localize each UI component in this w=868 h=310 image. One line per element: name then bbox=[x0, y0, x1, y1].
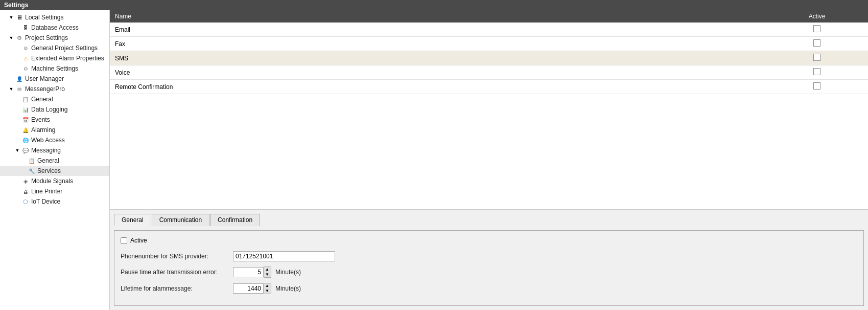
gear-small-icon: ⚙ bbox=[21, 44, 30, 52]
sidebar-item-alarming[interactable]: ▶ 🔔 Alarming bbox=[0, 125, 109, 135]
sidebar-label-user-manager: User Manager bbox=[25, 75, 64, 82]
sidebar-item-iot-device[interactable]: ▶ ⬡ IoT Device bbox=[0, 196, 109, 207]
pause-time-spinner-buttons: ▲ ▼ bbox=[264, 267, 271, 278]
general-msg-icon: 📋 bbox=[28, 157, 36, 165]
checkbox-email[interactable] bbox=[813, 25, 820, 32]
services-table-area: Name Active Email bbox=[110, 10, 868, 209]
machine-icon: ⚙ bbox=[21, 64, 30, 73]
lifetime-input[interactable] bbox=[233, 283, 264, 294]
row-active-fax[interactable] bbox=[766, 37, 868, 51]
sidebar-label-services: Services bbox=[37, 167, 61, 174]
row-name-voice: Voice bbox=[110, 65, 766, 80]
expand-icon-project: ▼ bbox=[8, 35, 14, 41]
pause-time-down-button[interactable]: ▼ bbox=[264, 272, 271, 277]
sidebar-item-database-access[interactable]: ▶ 🗄 Database Access bbox=[0, 23, 109, 33]
sidebar-label-data-logging: Data Logging bbox=[31, 106, 67, 113]
pause-time-input[interactable] bbox=[233, 267, 264, 277]
module-signals-icon: ◈ bbox=[21, 177, 30, 185]
user-manager-icon: 👤 bbox=[15, 75, 24, 83]
table-row: Email bbox=[110, 23, 868, 37]
computer-icon: 🖥 bbox=[15, 13, 24, 21]
sidebar-label-extended-alarm: Extended Alarm Properties bbox=[31, 55, 104, 62]
content-area: Name Active Email bbox=[110, 10, 868, 310]
sidebar-item-user-manager[interactable]: ▶ 👤 User Manager bbox=[0, 74, 109, 84]
active-checkbox-row: Active bbox=[121, 237, 857, 244]
row-name-remote-confirmation: Remote Confirmation bbox=[110, 80, 766, 94]
sidebar-label-events: Events bbox=[31, 116, 50, 123]
pause-time-unit: Minute(s) bbox=[275, 269, 301, 276]
sidebar-item-events[interactable]: ▶ 📅 Events bbox=[0, 115, 109, 125]
expand-icon-local: ▼ bbox=[8, 14, 14, 20]
sidebar-item-line-printer[interactable]: ▶ 🖨 Line Printer bbox=[0, 186, 109, 196]
sidebar-item-general-project-settings[interactable]: ▶ ⚙ General Project Settings bbox=[0, 43, 109, 53]
general-mp-icon: 📋 bbox=[21, 95, 30, 103]
sidebar-item-machine-settings[interactable]: ▶ ⚙ Machine Settings bbox=[0, 63, 109, 74]
sidebar-label-module-signals: Module Signals bbox=[31, 178, 73, 185]
pause-time-label: Pause time after transmission error: bbox=[121, 269, 233, 276]
services-table: Name Active Email bbox=[110, 10, 868, 94]
checkbox-voice[interactable] bbox=[813, 68, 820, 75]
checkbox-remote-confirmation[interactable] bbox=[813, 82, 820, 90]
bottom-panel: General Communication Confirmation Activ… bbox=[110, 209, 868, 310]
table-row: Fax bbox=[110, 37, 868, 51]
pause-time-row: Pause time after transmission error: ▲ ▼… bbox=[121, 267, 857, 278]
expand-icon-mp: ▼ bbox=[8, 86, 14, 92]
row-active-remote-confirmation[interactable] bbox=[766, 80, 868, 94]
row-active-email[interactable] bbox=[766, 23, 868, 37]
pause-time-up-button[interactable]: ▲ bbox=[264, 267, 271, 272]
sidebar-item-services[interactable]: ▶ 🔧 Services bbox=[0, 166, 109, 176]
sidebar-item-extended-alarm[interactable]: ▶ ⚠ Extended Alarm Properties bbox=[0, 53, 109, 63]
sidebar-label-messaging: Messaging bbox=[31, 147, 61, 154]
sidebar-item-local-settings[interactable]: ▼ 🖥 Local Settings bbox=[0, 12, 109, 23]
iot-device-icon: ⬡ bbox=[21, 197, 30, 206]
table-row: SMS bbox=[110, 51, 868, 65]
sidebar-item-messaging[interactable]: ▼ 💬 Messaging bbox=[0, 145, 109, 156]
title-bar: Settings bbox=[0, 0, 868, 10]
lifetime-unit: Minute(s) bbox=[275, 285, 301, 292]
lifetime-spinner-buttons: ▲ ▼ bbox=[264, 283, 271, 294]
table-row: Voice bbox=[110, 65, 868, 80]
active-checkbox[interactable] bbox=[121, 237, 127, 244]
lifetime-down-button[interactable]: ▼ bbox=[264, 289, 271, 294]
row-active-sms[interactable] bbox=[766, 51, 868, 65]
active-label: Active bbox=[130, 237, 147, 244]
sidebar-label-general-project: General Project Settings bbox=[31, 45, 98, 52]
row-name-email: Email bbox=[110, 23, 766, 37]
sidebar-label-project-settings: Project Settings bbox=[25, 34, 68, 41]
sidebar-label-local-settings: Local Settings bbox=[25, 14, 63, 21]
sidebar-item-messengerpro[interactable]: ▼ ✉ MessengerPro bbox=[0, 84, 109, 94]
sidebar-item-project-settings[interactable]: ▼ ⚙ Project Settings bbox=[0, 33, 109, 43]
sidebar-label-messengerpro: MessengerPro bbox=[25, 85, 65, 93]
sidebar-item-web-access[interactable]: ▶ 🌐 Web Access bbox=[0, 135, 109, 145]
events-icon: 📅 bbox=[21, 116, 30, 124]
sidebar-label-line-printer: Line Printer bbox=[31, 188, 62, 195]
sidebar-label-database-access: Database Access bbox=[31, 24, 79, 31]
row-name-sms: SMS bbox=[110, 51, 766, 65]
lifetime-up-button[interactable]: ▲ bbox=[264, 283, 271, 289]
sidebar-item-general-msg[interactable]: ▶ 📋 General bbox=[0, 156, 109, 166]
sidebar-item-general-mp[interactable]: ▶ 📋 General bbox=[0, 94, 109, 104]
sidebar-item-module-signals[interactable]: ▶ ◈ Module Signals bbox=[0, 176, 109, 186]
lifetime-spinner: ▲ ▼ bbox=[233, 283, 271, 294]
sidebar-item-data-logging[interactable]: ▶ 📊 Data Logging bbox=[0, 104, 109, 115]
phone-number-row: Phonenumber for SMS provider: bbox=[121, 251, 857, 261]
web-access-icon: 🌐 bbox=[21, 136, 30, 144]
data-logging-icon: 📊 bbox=[21, 105, 30, 114]
col-header-name: Name bbox=[110, 10, 766, 23]
lifetime-label: Lifetime for alammessage: bbox=[121, 285, 233, 292]
sidebar-label-general-mp: General bbox=[31, 96, 53, 103]
col-header-active: Active bbox=[766, 10, 868, 23]
tabs-row: General Communication Confirmation bbox=[114, 214, 864, 226]
tab-general[interactable]: General bbox=[114, 214, 151, 226]
expand-icon-msg: ▼ bbox=[14, 147, 20, 153]
tab-confirmation[interactable]: Confirmation bbox=[210, 214, 260, 226]
messaging-icon: 💬 bbox=[21, 146, 30, 154]
checkbox-fax[interactable] bbox=[813, 39, 820, 47]
checkbox-sms[interactable] bbox=[813, 54, 820, 61]
phone-number-label: Phonenumber for SMS provider: bbox=[121, 253, 233, 260]
lifetime-row: Lifetime for alammessage: ▲ ▼ Minute(s) bbox=[121, 283, 857, 294]
sidebar-label-iot-device: IoT Device bbox=[31, 198, 60, 205]
row-active-voice[interactable] bbox=[766, 65, 868, 80]
tab-communication[interactable]: Communication bbox=[152, 214, 209, 226]
phone-number-input[interactable] bbox=[233, 251, 335, 261]
